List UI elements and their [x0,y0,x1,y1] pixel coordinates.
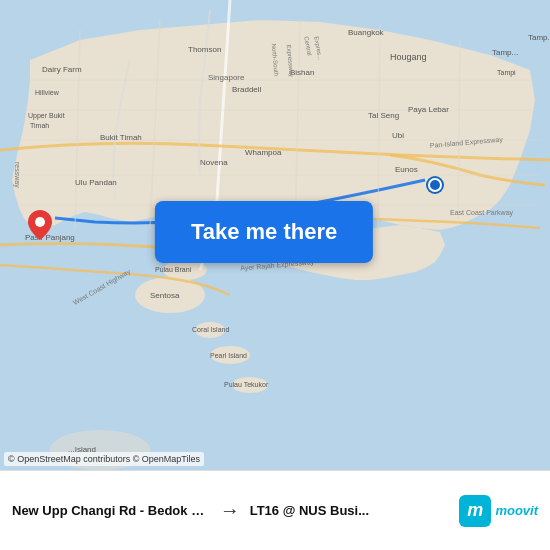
svg-text:Buangkok: Buangkok [348,28,385,37]
map-area: Dairy Farm Hillview Upper Bukit Timah Bu… [0,0,550,470]
route-from-value: New Upp Changi Rd - Bedok S... [12,503,210,518]
svg-text:Braddell: Braddell [232,85,262,94]
svg-text:Sentosa: Sentosa [150,291,180,300]
svg-text:Thomson: Thomson [188,45,221,54]
svg-text:ressway: ressway [13,162,21,188]
svg-text:Pulau Tekukor: Pulau Tekukor [224,381,269,388]
svg-text:Bukit Timah: Bukit Timah [100,133,142,142]
svg-text:Ulu Pandan: Ulu Pandan [75,178,117,187]
moovit-logo: m moovit [459,495,538,527]
svg-text:Hougang: Hougang [390,52,427,62]
svg-text:Novena: Novena [200,158,228,167]
svg-text:Pearl Island: Pearl Island [210,352,247,359]
route-arrow-icon: → [210,499,250,522]
svg-text:Upper Bukit: Upper Bukit [28,112,65,120]
svg-text:Ubi: Ubi [392,131,404,140]
moovit-brand-text: moovit [495,503,538,518]
svg-text:Pulau Brani: Pulau Brani [155,266,192,273]
svg-text:Eunos: Eunos [395,165,418,174]
app-container: Dairy Farm Hillview Upper Bukit Timah Bu… [0,0,550,550]
origin-pin [28,210,52,234]
route-info: New Upp Changi Rd - Bedok S... → LT16 @ … [12,499,447,522]
destination-dot [428,178,442,192]
bottom-bar: New Upp Changi Rd - Bedok S... → LT16 @ … [0,470,550,550]
svg-text:Hillview: Hillview [35,89,60,96]
route-to: LT16 @ NUS Busi... [250,503,448,518]
svg-text:Tamp...: Tamp... [492,48,518,57]
svg-text:East Coast Parkway: East Coast Parkway [450,209,514,217]
svg-text:Paya Lebar: Paya Lebar [408,105,449,114]
svg-text:Whampoa: Whampoa [245,148,282,157]
svg-point-60 [35,217,45,227]
svg-text:Timah: Timah [30,122,49,129]
svg-text:Tampi: Tampi [497,69,516,77]
svg-text:Tal Seng: Tal Seng [368,111,399,120]
moovit-m-icon: m [459,495,491,527]
svg-text:Coral Island: Coral Island [192,326,229,333]
svg-text:Dairy Farm: Dairy Farm [42,65,82,74]
route-to-value: LT16 @ NUS Busi... [250,503,448,518]
svg-text:Singapore: Singapore [208,73,245,82]
svg-text:Tamp...: Tamp... [528,33,550,42]
take-me-there-button[interactable]: Take me there [155,201,373,263]
osm-attribution: © OpenStreetMap contributors © OpenMapTi… [4,452,204,466]
route-from: New Upp Changi Rd - Bedok S... [12,503,210,518]
